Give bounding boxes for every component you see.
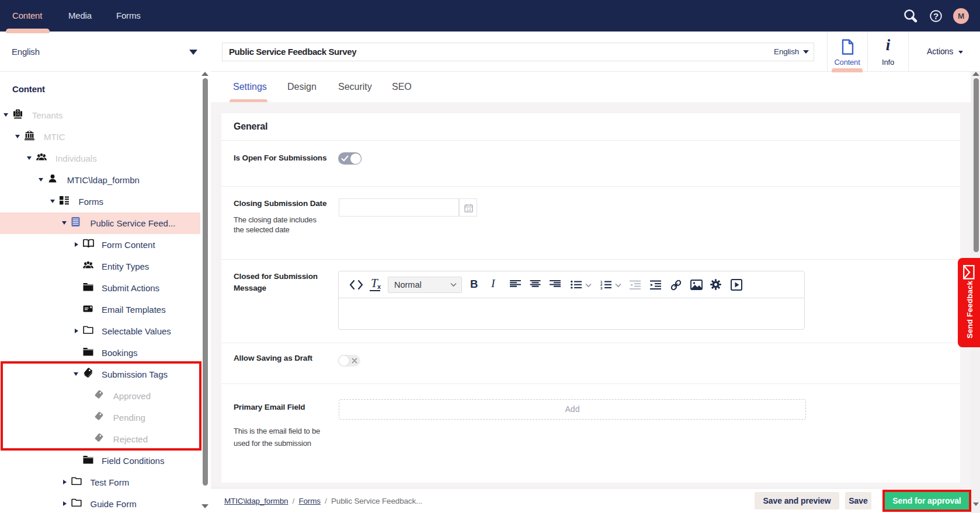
svg-text:?: ?	[933, 11, 939, 21]
svg-text:14: 14	[467, 208, 471, 212]
svg-text:3: 3	[600, 287, 603, 289]
